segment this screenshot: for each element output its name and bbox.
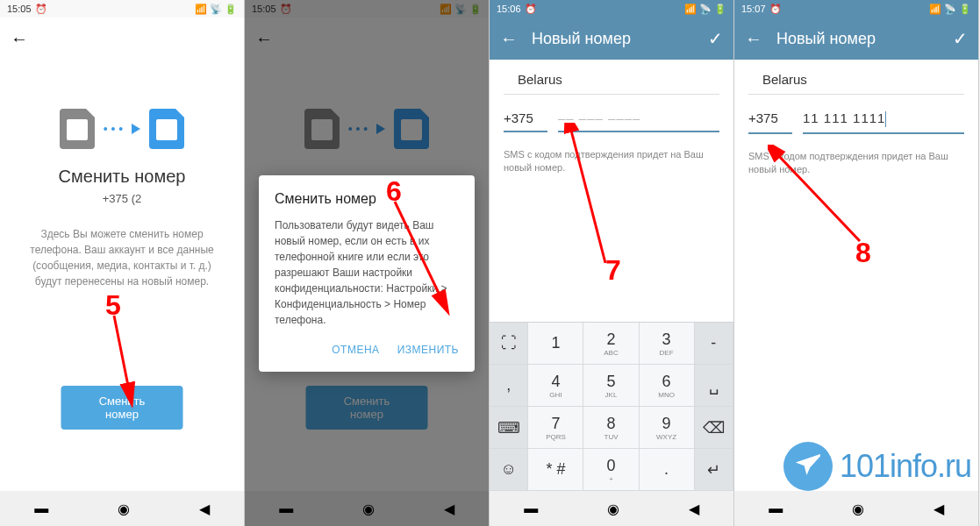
screen-2: 15:05⏰ 📶📡🔋 ← • • • Сменить номер Сменить… bbox=[245, 0, 490, 526]
watermark-text: 101info.ru bbox=[840, 448, 971, 485]
nav-menu-icon[interactable]: ▬ bbox=[34, 501, 48, 516]
navbar: ▬ ◉ ◀ bbox=[490, 491, 733, 526]
key-4[interactable]: 4GHI bbox=[528, 365, 583, 407]
confirm-icon[interactable]: ✓ bbox=[953, 28, 968, 49]
page-title: Сменить номер bbox=[14, 167, 230, 187]
screen-3: 15:06⏰ 📶📡🔋 ← Новый номер ✓ Belarus +375 … bbox=[490, 0, 734, 526]
alarm-icon: ⏰ bbox=[769, 4, 782, 15]
key-5[interactable]: 5JKL bbox=[583, 365, 639, 407]
signal-icon: 📶 bbox=[684, 4, 697, 15]
key-emoji[interactable]: ☺ bbox=[490, 449, 528, 491]
key-comma[interactable]: , bbox=[490, 365, 528, 407]
screen-1: 15:05⏰ 📶📡🔋 ← • • • Сменить номер +375 (2… bbox=[0, 0, 245, 526]
phone-value: 11 111 1111 bbox=[803, 110, 885, 125]
key-1[interactable]: 1 bbox=[528, 323, 583, 365]
sms-hint: SMS с кодом подтверждения придет на Ваш … bbox=[504, 148, 719, 175]
battery-icon: 🔋 bbox=[714, 4, 726, 15]
dots-icon: • • • bbox=[104, 122, 123, 136]
telegram-icon bbox=[783, 442, 833, 491]
phone-field-row: +375 11 111 1111 bbox=[748, 105, 964, 134]
key-lang[interactable]: ⌨ bbox=[490, 407, 528, 449]
wifi-icon: 📡 bbox=[699, 4, 712, 15]
change-button[interactable]: ИЗМЕНИТЬ bbox=[397, 344, 459, 356]
key-7[interactable]: 7PQRS bbox=[528, 407, 583, 449]
navbar: ▬ ◉ ◀ bbox=[734, 491, 978, 526]
sim-new-icon bbox=[149, 109, 184, 149]
navbar: ▬ ◉ ◀ bbox=[0, 491, 244, 526]
key-enter[interactable]: ↵ bbox=[695, 449, 733, 491]
dialog-title: Сменить номер bbox=[275, 191, 459, 207]
current-phone: +375 (2 bbox=[14, 192, 230, 205]
confirm-dialog: Сменить номер Пользователи будут видеть … bbox=[259, 175, 475, 372]
confirm-icon[interactable]: ✓ bbox=[708, 28, 723, 49]
country-code-input[interactable]: +375 bbox=[504, 105, 547, 132]
back-icon[interactable]: ← bbox=[500, 29, 518, 49]
nav-back-icon[interactable]: ◀ bbox=[934, 501, 944, 517]
nav-menu-icon[interactable]: ▬ bbox=[769, 501, 783, 516]
text-cursor bbox=[885, 111, 886, 127]
nav-menu-icon[interactable]: ▬ bbox=[524, 501, 538, 516]
sms-hint: SMS с кодом подтверждения придет на Ваш … bbox=[748, 150, 964, 177]
alarm-icon: ⏰ bbox=[35, 4, 47, 15]
wifi-icon: 📡 bbox=[210, 4, 222, 15]
cancel-button[interactable]: ОТМЕНА bbox=[332, 344, 379, 356]
topbar: ← bbox=[0, 18, 244, 60]
wifi-icon: 📡 bbox=[944, 4, 956, 15]
battery-icon: 🔋 bbox=[225, 4, 237, 15]
key-3[interactable]: 3DEF bbox=[640, 323, 695, 365]
statusbar: 15:05⏰ 📶📡🔋 bbox=[0, 0, 244, 18]
description: Здесь Вы можете сменить номер телефона. … bbox=[14, 226, 230, 289]
key-dot[interactable]: . bbox=[640, 449, 695, 491]
topbar: ← Новый номер ✓ bbox=[734, 18, 978, 60]
nav-home-icon[interactable]: ◉ bbox=[852, 501, 864, 517]
nav-home-icon[interactable]: ◉ bbox=[118, 501, 130, 517]
arrow-icon bbox=[132, 124, 140, 134]
key-6[interactable]: 6MNO bbox=[640, 365, 695, 407]
status-time: 15:07 bbox=[741, 4, 766, 14]
back-icon[interactable]: ← bbox=[11, 29, 28, 49]
key-backspace[interactable]: ⌫ bbox=[695, 407, 733, 449]
statusbar: 15:07⏰ 📶📡🔋 bbox=[734, 0, 978, 18]
key-expand[interactable]: ⛶ bbox=[490, 323, 528, 365]
nav-back-icon[interactable]: ◀ bbox=[199, 501, 210, 517]
change-number-button[interactable]: Сменить номер bbox=[61, 386, 183, 430]
nav-back-icon[interactable]: ◀ bbox=[689, 501, 699, 517]
key-dash[interactable]: - bbox=[695, 323, 733, 365]
nav-home-icon[interactable]: ◉ bbox=[607, 501, 619, 517]
key-9[interactable]: 9WXYZ bbox=[640, 407, 695, 449]
dialog-text: Пользователи будут видеть Ваш новый номе… bbox=[275, 217, 459, 328]
country-field[interactable]: Belarus bbox=[504, 60, 719, 95]
back-icon[interactable]: ← bbox=[745, 29, 762, 49]
phone-number-input[interactable]: 11 111 1111 bbox=[803, 105, 964, 134]
statusbar: 15:06⏰ 📶📡🔋 bbox=[490, 0, 733, 18]
watermark: 101info.ru bbox=[783, 442, 971, 491]
status-time: 15:05 bbox=[7, 4, 32, 14]
key-0[interactable]: 0+ bbox=[583, 449, 639, 491]
key-space[interactable]: ␣ bbox=[695, 365, 733, 407]
status-time: 15:06 bbox=[497, 4, 521, 14]
alarm-icon: ⏰ bbox=[525, 4, 537, 15]
phone-number-input[interactable]: –– ––– –––– bbox=[558, 105, 719, 132]
country-field[interactable]: Belarus bbox=[748, 60, 964, 95]
page-title: Новый номер bbox=[532, 30, 708, 48]
key-star[interactable]: * # bbox=[528, 449, 583, 491]
country-code-input[interactable]: +375 bbox=[748, 105, 792, 134]
content: • • • Сменить номер +375 (2 Здесь Вы мож… bbox=[0, 60, 244, 303]
topbar: ← Новый номер ✓ bbox=[490, 18, 733, 60]
battery-icon: 🔋 bbox=[959, 4, 971, 15]
signal-icon: 📶 bbox=[929, 4, 941, 15]
key-8[interactable]: 8TUV bbox=[583, 407, 639, 449]
signal-icon: 📶 bbox=[195, 4, 207, 15]
sim-old-icon bbox=[60, 109, 95, 149]
sim-graphic: • • • bbox=[14, 109, 230, 149]
numeric-keypad: ⛶ 1 2ABC 3DEF - , 4GHI 5JKL 6MNO ␣ ⌨ 7PQ… bbox=[490, 322, 733, 491]
page-title: Новый номер bbox=[776, 30, 953, 48]
phone-field-row: +375 –– ––– –––– bbox=[504, 105, 719, 132]
key-2[interactable]: 2ABC bbox=[583, 323, 639, 365]
